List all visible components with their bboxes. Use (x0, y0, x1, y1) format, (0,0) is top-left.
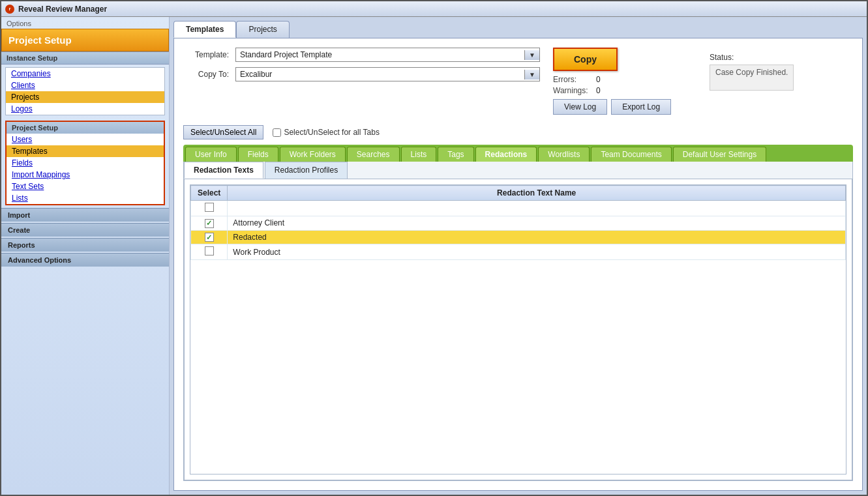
create-section: Create (1, 223, 169, 237)
sidebar-item-import-mappings[interactable]: Import Mappings (7, 169, 164, 181)
content-panel: Template: Standard Project Template ▼ Co… (173, 38, 863, 491)
sub-tab-redactions[interactable]: Redactions (475, 147, 537, 162)
errors-and-log: Errors: 0 Warnings: 0 View Log Ex (553, 75, 671, 115)
copy-to-label: Copy To: (183, 70, 229, 79)
options-label: Options (1, 17, 169, 29)
sidebar-item-users[interactable]: Users (7, 134, 164, 145)
project-setup-list: Users Templates Fields Import Mappings T… (7, 134, 164, 204)
advanced-options-section: Advanced Options (1, 253, 169, 267)
errors-row: Errors: 0 (553, 75, 671, 84)
copy-button[interactable]: Copy (553, 48, 618, 71)
instance-setup-section-title: Instance Setup (1, 51, 169, 65)
app-logo: r (5, 5, 14, 14)
export-log-button[interactable]: Export Log (611, 99, 671, 115)
sub-tab-fields[interactable]: Fields (238, 147, 278, 162)
sub-tab-wordlists[interactable]: Wordlists (538, 147, 590, 162)
sub-tab-default-user-settings[interactable]: Default User Settings (673, 147, 766, 162)
sidebar-item-templates[interactable]: Templates (7, 145, 164, 157)
template-select-text: Standard Project Template (236, 48, 524, 61)
copy-to-dropdown-btn[interactable]: ▼ (524, 70, 539, 80)
import-section: Import (1, 208, 169, 222)
tab-projects[interactable]: Projects (236, 21, 289, 38)
row-text-2: Work Product (228, 244, 846, 260)
sidebar-create-label[interactable]: Create (1, 223, 169, 237)
inner-tab-redaction-texts[interactable]: Redaction Texts (184, 162, 263, 179)
project-setup-section-header: Project Setup (7, 122, 164, 134)
sub-tab-lists[interactable]: Lists (401, 147, 437, 162)
table-row: Redacted (191, 230, 846, 244)
sub-tab-searches[interactable]: Searches (347, 147, 400, 162)
content-area: Templates Projects Template: Standard Pr… (170, 17, 867, 495)
sidebar: Options Project Setup Instance Setup Com… (1, 17, 170, 495)
log-buttons: View Log Export Log (553, 99, 671, 115)
status-box: Case Copy Finished. (710, 65, 794, 91)
status-area: Status: Case Copy Finished. (710, 50, 853, 91)
table-row (191, 201, 846, 216)
sidebar-item-clients[interactable]: Clients (6, 80, 164, 91)
errors-area: Errors: 0 Warnings: 0 (553, 75, 671, 95)
sidebar-item-text-sets[interactable]: Text Sets (7, 181, 164, 192)
template-dropdown-btn[interactable]: ▼ (524, 50, 539, 60)
project-setup-section: Project Setup Users Templates Fields Imp… (5, 121, 165, 205)
sidebar-reports-label[interactable]: Reports (1, 238, 169, 252)
form-area: Template: Standard Project Template ▼ Co… (183, 48, 540, 81)
template-select-wrapper[interactable]: Standard Project Template ▼ (235, 48, 540, 62)
window-title: Reveal Review Manager (18, 5, 107, 14)
warnings-row: Warnings: 0 (553, 86, 671, 95)
sidebar-import-label[interactable]: Import (1, 208, 169, 222)
table-header-select: Select (191, 186, 228, 201)
inner-tab-bar: Redaction Texts Redaction Profiles (184, 162, 852, 179)
tab-templates[interactable]: Templates (173, 21, 236, 38)
template-label: Template: (183, 50, 229, 59)
inner-tab-redaction-profiles[interactable]: Redaction Profiles (265, 162, 348, 179)
row-checkbox-0[interactable] (205, 219, 214, 228)
warnings-label: Warnings: (553, 86, 592, 95)
sub-tab-user-info[interactable]: User Info (185, 147, 237, 162)
sub-tab-bar: User Info Fields Work Folders Searches L… (183, 145, 853, 162)
sub-tab-team-documents[interactable]: Team Documents (591, 147, 671, 162)
copy-to-select-text: Excalibur (236, 68, 524, 81)
errors-label: Errors: (553, 75, 592, 84)
main-tab-bar: Templates Projects (173, 21, 863, 38)
select-row: Select/UnSelect All Select/UnSelect for … (183, 125, 853, 139)
sidebar-item-logos[interactable]: Logos (6, 103, 164, 115)
view-log-button[interactable]: View Log (553, 99, 607, 115)
inner-tab-panel: Select Redaction Text Name (184, 179, 852, 480)
project-setup-title: Project Setup (1, 29, 169, 51)
copy-to-select-wrapper[interactable]: Excalibur ▼ (235, 67, 540, 81)
select-unselect-tabs-checkbox[interactable] (273, 128, 281, 137)
errors-value: 0 (596, 75, 601, 84)
table-row: Work Product (191, 244, 846, 260)
sidebar-item-fields[interactable]: Fields (7, 157, 164, 169)
sidebar-item-lists[interactable]: Lists (7, 192, 164, 204)
row-checkbox-2[interactable] (205, 246, 214, 255)
sub-tab-content: Redaction Texts Redaction Profiles Selec… (183, 162, 853, 481)
warnings-value: 0 (596, 86, 601, 95)
window-frame: r Reveal Review Manager Options Project … (0, 0, 868, 496)
template-row: Template: Standard Project Template ▼ (183, 48, 540, 62)
row-checkbox-1[interactable] (205, 233, 214, 242)
form-section: Template: Standard Project Template ▼ Co… (183, 48, 540, 88)
instance-setup-list: Companies Clients Projects Logos (5, 67, 165, 115)
top-form-area: Template: Standard Project Template ▼ Co… (183, 48, 853, 115)
select-unselect-tabs-label[interactable]: Select/UnSelect for all Tabs (273, 128, 380, 137)
header-checkbox[interactable] (205, 203, 214, 212)
sidebar-advanced-label[interactable]: Advanced Options (1, 253, 169, 267)
title-bar: r Reveal Review Manager (1, 1, 867, 17)
row-text-0: Attorney Client (228, 216, 846, 231)
sidebar-item-projects[interactable]: Projects (6, 91, 164, 103)
reports-section: Reports (1, 238, 169, 252)
select-unselect-all-button[interactable]: Select/UnSelect All (183, 125, 263, 139)
main-body: Options Project Setup Instance Setup Com… (1, 17, 867, 495)
table-row: Attorney Client (191, 216, 846, 231)
button-section: Copy Errors: 0 Warnings: 0 (553, 48, 696, 115)
row-text-1: Redacted (228, 230, 846, 244)
sidebar-item-companies[interactable]: Companies (6, 68, 164, 80)
sub-tab-tags[interactable]: Tags (438, 147, 473, 162)
redaction-texts-table: Select Redaction Text Name (190, 185, 846, 260)
table-header-name: Redaction Text Name (228, 186, 846, 201)
status-label: Status: (710, 50, 734, 62)
data-table-wrapper: Select Redaction Text Name (190, 184, 846, 474)
copy-to-row: Copy To: Excalibur ▼ (183, 67, 540, 81)
sub-tab-work-folders[interactable]: Work Folders (280, 147, 346, 162)
